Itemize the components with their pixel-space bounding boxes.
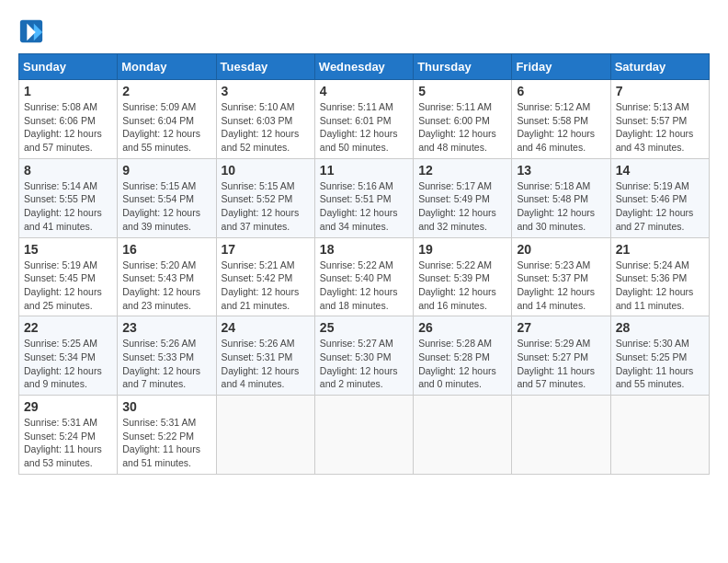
calendar-cell: 30 Sunrise: 5:31 AMSunset: 5:22 PMDaylig…	[118, 396, 216, 475]
calendar-cell: 23 Sunrise: 5:26 AMSunset: 5:33 PMDaylig…	[118, 316, 216, 396]
day-info: Sunrise: 5:23 AMSunset: 5:37 PMDaylight:…	[517, 259, 605, 313]
weekday-header-tuesday: Tuesday	[216, 54, 314, 80]
page-header	[18, 18, 710, 44]
calendar-week-1: 1 Sunrise: 5:08 AMSunset: 6:06 PMDayligh…	[19, 80, 710, 159]
day-info: Sunrise: 5:26 AMSunset: 5:31 PMDaylight:…	[222, 337, 310, 391]
day-info: Sunrise: 5:12 AMSunset: 5:58 PMDaylight:…	[517, 100, 605, 155]
calendar-cell: 25 Sunrise: 5:27 AMSunset: 5:30 PMDaylig…	[314, 316, 413, 396]
day-number: 1	[24, 84, 112, 98]
day-info: Sunrise: 5:11 AMSunset: 6:01 PMDaylight:…	[320, 100, 408, 155]
calendar-cell: 11 Sunrise: 5:16 AMSunset: 5:51 PMDaylig…	[314, 158, 413, 237]
calendar-cell: 29 Sunrise: 5:31 AMSunset: 5:24 PMDaylig…	[19, 396, 118, 475]
day-number: 28	[616, 320, 704, 335]
day-number: 19	[418, 242, 506, 257]
calendar-cell: 5 Sunrise: 5:11 AMSunset: 6:00 PMDayligh…	[414, 80, 512, 159]
calendar-cell: 16 Sunrise: 5:20 AMSunset: 5:43 PMDaylig…	[118, 237, 216, 316]
day-number: 26	[418, 320, 506, 335]
calendar-cell	[610, 396, 709, 475]
day-number: 12	[418, 163, 506, 178]
calendar-cell: 28 Sunrise: 5:30 AMSunset: 5:25 PMDaylig…	[610, 316, 709, 396]
logo-icon	[18, 18, 44, 44]
calendar-cell: 9 Sunrise: 5:15 AMSunset: 5:54 PMDayligh…	[118, 158, 216, 237]
day-info: Sunrise: 5:22 AMSunset: 5:39 PMDaylight:…	[418, 259, 506, 313]
calendar-cell: 21 Sunrise: 5:24 AMSunset: 5:36 PMDaylig…	[610, 237, 709, 316]
calendar-cell: 1 Sunrise: 5:08 AMSunset: 6:06 PMDayligh…	[19, 80, 118, 159]
day-number: 10	[222, 163, 310, 178]
day-number: 14	[616, 163, 704, 178]
day-number: 23	[122, 320, 210, 335]
day-info: Sunrise: 5:30 AMSunset: 5:25 PMDaylight:…	[616, 337, 704, 391]
weekday-header-thursday: Thursday	[414, 54, 512, 80]
day-number: 21	[616, 242, 704, 257]
day-info: Sunrise: 5:29 AMSunset: 5:27 PMDaylight:…	[517, 337, 605, 391]
calendar-cell: 24 Sunrise: 5:26 AMSunset: 5:31 PMDaylig…	[216, 316, 314, 396]
calendar-cell: 6 Sunrise: 5:12 AMSunset: 5:58 PMDayligh…	[512, 80, 610, 159]
weekday-header-monday: Monday	[118, 54, 216, 80]
calendar-cell: 12 Sunrise: 5:17 AMSunset: 5:49 PMDaylig…	[414, 158, 512, 237]
weekday-header-sunday: Sunday	[19, 54, 118, 80]
calendar-cell: 13 Sunrise: 5:18 AMSunset: 5:48 PMDaylig…	[512, 158, 610, 237]
calendar-cell: 8 Sunrise: 5:14 AMSunset: 5:55 PMDayligh…	[19, 158, 118, 237]
day-info: Sunrise: 5:24 AMSunset: 5:36 PMDaylight:…	[616, 259, 704, 313]
day-number: 6	[517, 84, 605, 98]
day-info: Sunrise: 5:17 AMSunset: 5:49 PMDaylight:…	[418, 179, 506, 234]
day-number: 2	[122, 84, 210, 98]
calendar-week-5: 29 Sunrise: 5:31 AMSunset: 5:24 PMDaylig…	[19, 396, 710, 475]
day-info: Sunrise: 5:16 AMSunset: 5:51 PMDaylight:…	[320, 179, 408, 234]
calendar-cell: 4 Sunrise: 5:11 AMSunset: 6:01 PMDayligh…	[314, 80, 413, 159]
weekday-header-friday: Friday	[512, 54, 610, 80]
calendar-cell	[414, 396, 512, 475]
calendar-cell: 15 Sunrise: 5:19 AMSunset: 5:45 PMDaylig…	[19, 237, 118, 316]
calendar-cell: 26 Sunrise: 5:28 AMSunset: 5:28 PMDaylig…	[414, 316, 512, 396]
calendar-cell: 7 Sunrise: 5:13 AMSunset: 5:57 PMDayligh…	[610, 80, 709, 159]
calendar-cell: 3 Sunrise: 5:10 AMSunset: 6:03 PMDayligh…	[216, 80, 314, 159]
day-info: Sunrise: 5:09 AMSunset: 6:04 PMDaylight:…	[122, 100, 210, 155]
day-info: Sunrise: 5:22 AMSunset: 5:40 PMDaylight:…	[320, 259, 408, 313]
day-number: 11	[320, 163, 408, 178]
calendar-cell: 19 Sunrise: 5:22 AMSunset: 5:39 PMDaylig…	[414, 237, 512, 316]
day-info: Sunrise: 5:10 AMSunset: 6:03 PMDaylight:…	[222, 100, 310, 155]
day-number: 20	[517, 242, 605, 257]
day-info: Sunrise: 5:11 AMSunset: 6:00 PMDaylight:…	[418, 100, 506, 155]
day-number: 4	[320, 84, 408, 98]
calendar-cell: 14 Sunrise: 5:19 AMSunset: 5:46 PMDaylig…	[610, 158, 709, 237]
day-info: Sunrise: 5:25 AMSunset: 5:34 PMDaylight:…	[24, 337, 112, 391]
day-info: Sunrise: 5:26 AMSunset: 5:33 PMDaylight:…	[122, 337, 210, 391]
day-info: Sunrise: 5:20 AMSunset: 5:43 PMDaylight:…	[122, 259, 210, 313]
logo	[18, 18, 46, 44]
day-number: 8	[24, 163, 112, 178]
calendar-cell	[216, 396, 314, 475]
day-number: 30	[122, 399, 210, 414]
calendar-cell: 20 Sunrise: 5:23 AMSunset: 5:37 PMDaylig…	[512, 237, 610, 316]
day-info: Sunrise: 5:31 AMSunset: 5:22 PMDaylight:…	[122, 416, 210, 470]
day-number: 15	[24, 242, 112, 257]
calendar-cell: 22 Sunrise: 5:25 AMSunset: 5:34 PMDaylig…	[19, 316, 118, 396]
weekday-header-wednesday: Wednesday	[314, 54, 413, 80]
day-number: 5	[418, 84, 506, 98]
calendar-cell: 10 Sunrise: 5:15 AMSunset: 5:52 PMDaylig…	[216, 158, 314, 237]
calendar-week-3: 15 Sunrise: 5:19 AMSunset: 5:45 PMDaylig…	[19, 237, 710, 316]
day-number: 24	[222, 320, 310, 335]
calendar-cell	[314, 396, 413, 475]
day-info: Sunrise: 5:19 AMSunset: 5:46 PMDaylight:…	[616, 179, 704, 234]
calendar-cell	[512, 396, 610, 475]
day-number: 27	[517, 320, 605, 335]
day-info: Sunrise: 5:08 AMSunset: 6:06 PMDaylight:…	[24, 100, 112, 155]
calendar-cell: 17 Sunrise: 5:21 AMSunset: 5:42 PMDaylig…	[216, 237, 314, 316]
day-number: 3	[222, 84, 310, 98]
day-number: 25	[320, 320, 408, 335]
day-info: Sunrise: 5:13 AMSunset: 5:57 PMDaylight:…	[616, 100, 704, 155]
day-number: 29	[24, 399, 112, 414]
day-number: 7	[616, 84, 704, 98]
day-info: Sunrise: 5:14 AMSunset: 5:55 PMDaylight:…	[24, 179, 112, 234]
calendar-cell: 27 Sunrise: 5:29 AMSunset: 5:27 PMDaylig…	[512, 316, 610, 396]
day-number: 13	[517, 163, 605, 178]
calendar-cell: 18 Sunrise: 5:22 AMSunset: 5:40 PMDaylig…	[314, 237, 413, 316]
calendar-table: SundayMondayTuesdayWednesdayThursdayFrid…	[18, 53, 710, 475]
day-info: Sunrise: 5:27 AMSunset: 5:30 PMDaylight:…	[320, 337, 408, 391]
day-number: 16	[122, 242, 210, 257]
calendar-week-4: 22 Sunrise: 5:25 AMSunset: 5:34 PMDaylig…	[19, 316, 710, 396]
day-info: Sunrise: 5:19 AMSunset: 5:45 PMDaylight:…	[24, 259, 112, 313]
day-number: 17	[222, 242, 310, 257]
day-info: Sunrise: 5:15 AMSunset: 5:52 PMDaylight:…	[222, 179, 310, 234]
